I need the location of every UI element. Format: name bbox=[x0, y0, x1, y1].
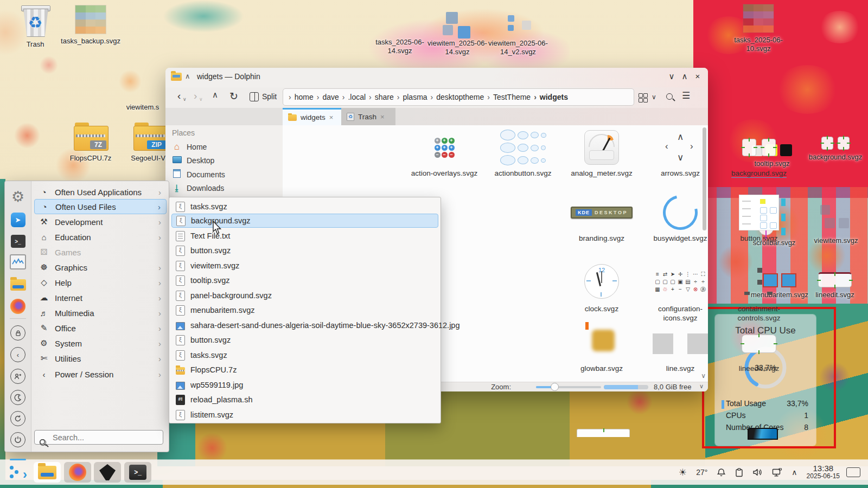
breadcrumb[interactable]: home dave .local share plasma desktopthe… bbox=[283, 88, 634, 106]
scrollbar-thumb[interactable] bbox=[703, 127, 706, 230]
kickoff-item-help[interactable]: ◇ Help› bbox=[34, 275, 167, 290]
breadcrumb-item[interactable]: share bbox=[369, 93, 394, 101]
display-icon[interactable] bbox=[772, 468, 782, 477]
desktop-icon-tasks-0614[interactable]: tasks_2025-06-14.svgz bbox=[370, 38, 430, 55]
breadcrumb-item[interactable]: plasma bbox=[397, 93, 427, 101]
places-item-downloads[interactable]: ⭳Downloads bbox=[172, 183, 224, 192]
popup-file-row[interactable]: tasks.svgz bbox=[171, 200, 438, 214]
breadcrumb-item[interactable]: home bbox=[289, 93, 314, 101]
desktop-icon-lineedit[interactable]: lineedit.svgz bbox=[805, 270, 865, 299]
breadcrumb-item[interactable]: TestTheme bbox=[487, 93, 531, 101]
split-button-label[interactable]: Split bbox=[262, 92, 277, 101]
kickoff-item-education[interactable]: ⌂ Education› bbox=[34, 229, 167, 245]
sleep-icon[interactable]: zz bbox=[10, 390, 25, 405]
lock-icon[interactable] bbox=[10, 325, 25, 341]
free-space-chevron-icon[interactable]: ∨ bbox=[699, 383, 704, 390]
popup-file-row[interactable]: button.svgz bbox=[171, 333, 438, 347]
breadcrumb-item[interactable]: dave bbox=[317, 93, 339, 101]
forward-button[interactable]: ›∨ bbox=[194, 90, 197, 102]
file-tile[interactable]: analog_meter.svgz bbox=[565, 130, 639, 178]
desktop-icon-trash[interactable]: ♻ Trash bbox=[5, 4, 65, 49]
popup-file-row[interactable]: button.svgz bbox=[171, 243, 438, 258]
tab-trash[interactable]: ♻ Trash× bbox=[341, 108, 395, 125]
system-monitor-icon[interactable] bbox=[10, 254, 26, 270]
kickoff-item-utilities[interactable]: ✄ Utilities› bbox=[34, 351, 167, 366]
kickoff-search-field[interactable] bbox=[34, 430, 163, 445]
file-tile[interactable]: KDEDESKTOP branding.svgz bbox=[565, 195, 639, 243]
partial-thumbnail[interactable] bbox=[748, 428, 778, 440]
zoom-slider-handle[interactable] bbox=[551, 383, 559, 391]
back-button[interactable]: ‹∨ bbox=[177, 90, 181, 102]
desktop-icon-viewitem-partial[interactable]: viewitem.s bbox=[118, 103, 167, 112]
file-tile[interactable]: +++ +++ −−− action-overlays.svgz bbox=[407, 130, 481, 178]
popup-file-row[interactable]: FlopsCPU.7z bbox=[171, 363, 438, 377]
places-item-documents[interactable]: Documents bbox=[172, 169, 225, 179]
popup-file-row[interactable]: tasks.svgz bbox=[171, 348, 438, 362]
popup-file-row[interactable]: panel-background.svgz bbox=[171, 288, 438, 303]
desktop-icon-tasks-backup[interactable]: tasks_backup.svgz bbox=[61, 5, 120, 46]
konsole-icon[interactable]: >_ bbox=[10, 233, 26, 249]
task-inkscape[interactable] bbox=[94, 462, 121, 483]
popup-file-row[interactable]: wp5599119.jpg bbox=[171, 378, 438, 392]
settings-icon[interactable]: ⚙ bbox=[10, 189, 26, 205]
volume-icon[interactable] bbox=[752, 468, 763, 477]
breadcrumb-item[interactable]: .local bbox=[342, 93, 366, 101]
task-firefox[interactable] bbox=[64, 462, 91, 483]
clipboard-icon[interactable] bbox=[735, 468, 743, 477]
breadcrumb-item[interactable]: desktoptheme bbox=[431, 93, 484, 101]
desktop-icon-flopscpu[interactable]: 7Z FlopsCPU.7z bbox=[61, 123, 120, 163]
maximize-button[interactable]: ∧ bbox=[679, 72, 691, 81]
popup-file-row-selected[interactable]: background.svgz bbox=[171, 214, 438, 228]
popup-file-row[interactable]: menubaritem.svgz bbox=[171, 303, 438, 317]
file-tile-hovered[interactable]: background.svgz bbox=[722, 130, 796, 178]
search-input[interactable] bbox=[52, 433, 151, 442]
file-tile[interactable]: containment-controls.svgz bbox=[722, 262, 796, 323]
tab-close-icon[interactable]: × bbox=[380, 113, 385, 121]
tab-widgets[interactable]: widgets× bbox=[283, 108, 341, 125]
tab-close-icon[interactable]: × bbox=[329, 113, 334, 121]
popup-file-row[interactable]: listitem.svgz bbox=[171, 408, 438, 422]
file-tile[interactable]: button.svgz bbox=[722, 195, 796, 243]
task-konsole[interactable]: >_ bbox=[124, 462, 151, 483]
file-tile[interactable]: actionbutton.svgz bbox=[486, 130, 560, 178]
refresh-button[interactable]: ↻ bbox=[229, 90, 238, 102]
dolphin-titlebar[interactable]: ∧ widgets — Dolphin ∨ ∧ × bbox=[165, 68, 708, 87]
kickoff-item-internet[interactable]: ☁ Internet› bbox=[34, 290, 167, 305]
popup-file-row[interactable]: Text File.txt bbox=[171, 229, 438, 243]
desktop-icon-background[interactable]: background.svgz bbox=[806, 136, 865, 162]
desktop-icon-viewitem[interactable]: viewitem.svgz bbox=[806, 205, 866, 245]
file-tile[interactable]: glowbar.svgz bbox=[565, 327, 639, 373]
kickoff-item-games[interactable]: ⚄ Games bbox=[34, 245, 167, 260]
notifications-bell-icon[interactable] bbox=[717, 468, 726, 477]
hamburger-menu-icon[interactable]: ☰ bbox=[682, 90, 690, 101]
application-launcher-button[interactable]: › bbox=[4, 462, 31, 483]
desktop-icon-viewitem-0614[interactable]: viewitem_2025-06-14.svgz bbox=[427, 12, 487, 56]
digital-clock[interactable]: 13:38 2025-06-15 bbox=[807, 464, 840, 480]
places-item-desktop[interactable]: Desktop bbox=[172, 156, 214, 165]
kickoff-item-multimedia[interactable]: ♬ Multimedia› bbox=[34, 305, 167, 320]
kickoff-item-often-used-files[interactable]: ◔ Often Used Files› bbox=[34, 199, 167, 214]
kickoff-item-power-session[interactable]: ‹ Power / Session› bbox=[34, 367, 167, 382]
show-desktop-button[interactable] bbox=[846, 467, 860, 477]
places-item-home[interactable]: ⌂Home bbox=[172, 142, 207, 152]
popup-file-row[interactable]: tooltip.svgz bbox=[171, 273, 438, 287]
view-mode-icon[interactable] bbox=[639, 93, 647, 102]
shutdown-icon[interactable] bbox=[10, 432, 25, 447]
file-tile[interactable]: lineedit.svgz bbox=[722, 327, 796, 373]
task-dolphin[interactable] bbox=[34, 462, 61, 483]
popup-file-row[interactable]: viewitem.svgz bbox=[171, 259, 438, 273]
close-button[interactable]: × bbox=[692, 72, 704, 81]
scroll-down-icon[interactable]: ∨ bbox=[701, 372, 706, 380]
view-mode-dropdown-icon[interactable]: ∨ bbox=[652, 93, 656, 101]
minimize-button[interactable]: ∨ bbox=[666, 72, 678, 81]
desktop-icon-viewitem-0614v2[interactable]: viewitem_2025-06-14_v2.svgz bbox=[488, 12, 548, 56]
up-button[interactable]: ∧ bbox=[212, 90, 218, 100]
firefox-icon[interactable] bbox=[10, 298, 26, 314]
tray-expand-chevron-icon[interactable]: ∧ bbox=[792, 468, 797, 477]
kickoff-item-often-used-apps[interactable]: ◔ Often Used Applications› bbox=[34, 184, 167, 200]
restart-icon[interactable] bbox=[10, 411, 25, 426]
discover-icon[interactable]: ➤ bbox=[10, 211, 26, 228]
switch-user-icon[interactable] bbox=[10, 369, 25, 384]
popup-file-row[interactable]: reload_plasma.sh bbox=[171, 393, 438, 407]
kickoff-item-development[interactable]: ⚒ Development› bbox=[34, 214, 167, 229]
